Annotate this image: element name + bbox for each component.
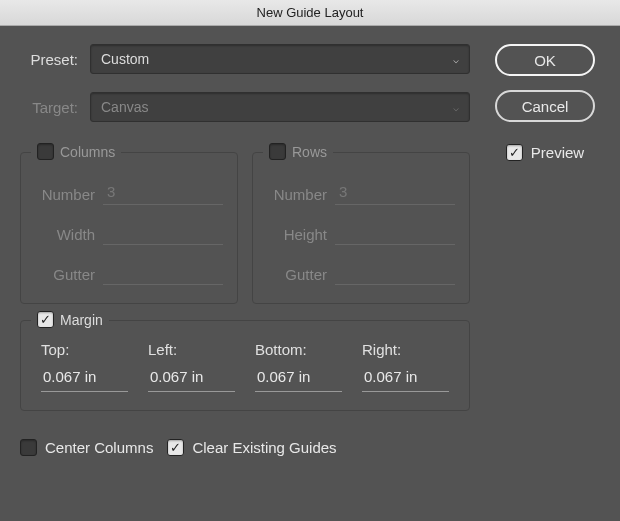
chevron-down-icon: ⌵ xyxy=(453,54,459,65)
columns-gutter-label: Gutter xyxy=(35,266,95,283)
dialog-title: New Guide Layout xyxy=(257,5,364,20)
target-select: Canvas ⌵ xyxy=(90,92,470,122)
target-value: Canvas xyxy=(101,99,148,115)
preset-select[interactable]: Custom ⌵ xyxy=(90,44,470,74)
cancel-button[interactable]: Cancel xyxy=(495,90,595,122)
rows-title: Rows xyxy=(292,144,327,160)
columns-panel: Columns Number 3 Width Gutter xyxy=(20,152,238,304)
preset-value: Custom xyxy=(101,51,149,67)
columns-width-input xyxy=(103,223,223,245)
columns-number-input: 3 xyxy=(103,183,223,205)
margin-bottom-input[interactable]: 0.067 in xyxy=(255,368,342,392)
margin-left-label: Left: xyxy=(148,341,235,358)
preset-label: Preset: xyxy=(20,51,78,68)
preview-checkbox[interactable]: ✓ xyxy=(506,144,523,161)
rows-height-input xyxy=(335,223,455,245)
center-columns-checkbox[interactable] xyxy=(20,439,37,456)
margin-checkbox[interactable]: ✓ xyxy=(37,311,54,328)
margin-left-input[interactable]: 0.067 in xyxy=(148,368,235,392)
preview-label: Preview xyxy=(531,144,584,161)
columns-gutter-input xyxy=(103,263,223,285)
chevron-down-icon: ⌵ xyxy=(453,102,459,113)
columns-number-label: Number xyxy=(35,186,95,203)
margin-bottom-label: Bottom: xyxy=(255,341,342,358)
rows-gutter-label: Gutter xyxy=(267,266,327,283)
clear-guides-checkbox[interactable]: ✓ xyxy=(167,439,184,456)
ok-button[interactable]: OK xyxy=(495,44,595,76)
margin-right-label: Right: xyxy=(362,341,449,358)
rows-gutter-input xyxy=(335,263,455,285)
rows-number-label: Number xyxy=(267,186,327,203)
margin-title: Margin xyxy=(60,312,103,328)
columns-title: Columns xyxy=(60,144,115,160)
columns-checkbox[interactable] xyxy=(37,143,54,160)
margin-right-input[interactable]: 0.067 in xyxy=(362,368,449,392)
rows-panel: Rows Number 3 Height Gutter xyxy=(252,152,470,304)
dialog-titlebar: New Guide Layout xyxy=(0,0,620,26)
target-label: Target: xyxy=(20,99,78,116)
margin-panel: ✓ Margin Top: 0.067 in Left: 0.067 in Bo… xyxy=(20,320,470,411)
clear-guides-label: Clear Existing Guides xyxy=(192,439,336,456)
margin-top-input[interactable]: 0.067 in xyxy=(41,368,128,392)
rows-number-input: 3 xyxy=(335,183,455,205)
rows-height-label: Height xyxy=(267,226,327,243)
margin-top-label: Top: xyxy=(41,341,128,358)
center-columns-label: Center Columns xyxy=(45,439,153,456)
columns-width-label: Width xyxy=(35,226,95,243)
rows-checkbox[interactable] xyxy=(269,143,286,160)
